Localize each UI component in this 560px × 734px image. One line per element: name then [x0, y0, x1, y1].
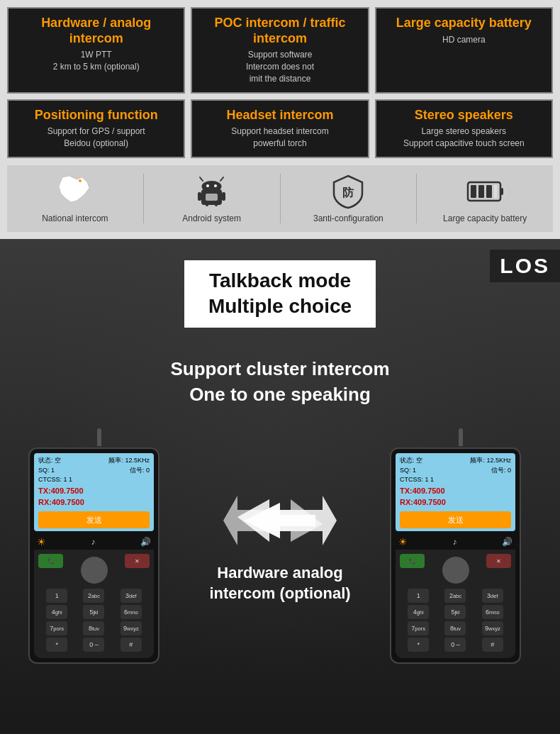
key-1-r[interactable]: 1	[408, 589, 429, 603]
device-keypad-right: 📞 ✕ 1 2abc 3def 4ghi 5jkl 6mno	[396, 550, 515, 658]
screen-status-row: 状态: 空 频率: 12.5KHz	[38, 456, 150, 466]
key-row-456: 4ghi 5jkl 6mno	[38, 605, 150, 619]
device-body-left: 状态: 空 频率: 12.5KHz SQ: 1 信号: 0 CTCSS: 1 1…	[28, 447, 159, 664]
key-row-123-r: 1 2abc 3def	[400, 589, 511, 603]
tx-text: TX:409.7500	[38, 485, 150, 497]
screen-sq-row-r: SQ: 1 信号: 0	[400, 466, 511, 476]
key-call-r[interactable]: 📞	[400, 554, 425, 568]
screen-status-row-r: 状态: 空 频率: 12.5KHz	[400, 456, 511, 466]
key-9-r[interactable]: 9wxyz	[482, 621, 503, 635]
key-end[interactable]: ✕	[125, 554, 150, 568]
hardware-line2: intercom (optional)	[209, 584, 350, 604]
key-row-sym-r: * 0 – #	[400, 638, 511, 652]
talkback-line2: Multiple choice	[208, 294, 352, 319]
icon-label: National intercom	[42, 213, 108, 223]
device-keypad-left: 📞 ✕ 1 2abc 3def 4ghi 5jkl 6mno	[34, 550, 154, 658]
icon-label: 3anti-configuration	[313, 213, 383, 223]
key-row-123: 1 2abc 3def	[38, 589, 150, 603]
feature-subtitle: HD camera	[385, 34, 543, 46]
key-0-r[interactable]: 0 –	[444, 638, 466, 652]
top-section: Hardware / analog intercom 1W PTT2 km to…	[0, 0, 560, 239]
key-5[interactable]: 5jkl	[83, 605, 104, 619]
feature-subtitle: Large stereo speakersSupport capacitive …	[385, 126, 543, 150]
icon-large-battery: Large capacity battery	[417, 174, 553, 223]
svg-rect-4	[206, 201, 208, 206]
key-5-r[interactable]: 5jkl	[444, 605, 466, 619]
key-2[interactable]: 2abc	[83, 589, 104, 603]
device-icons-row-r: ☀ ♪ 🔊	[396, 534, 515, 550]
svg-line-10	[220, 177, 223, 181]
svg-point-7	[206, 184, 209, 187]
support-text: Support cluster intercom One to one spea…	[14, 356, 546, 408]
nav-button-r[interactable]	[442, 557, 469, 584]
key-2-r[interactable]: 2abc	[444, 589, 466, 603]
feature-title: Hardware / analog intercom	[17, 16, 175, 46]
icon-android-system: Android system	[144, 174, 281, 223]
sq-text-r: SQ: 1	[400, 466, 416, 476]
key-3[interactable]: 3def	[121, 589, 142, 603]
anti-config-icon: 防	[330, 174, 366, 209]
key-hash-r[interactable]: #	[482, 638, 503, 652]
key-3-r[interactable]: 3def	[482, 589, 503, 603]
freq-text-r: 频率: 12.5KHz	[470, 456, 511, 466]
svg-point-6	[202, 181, 222, 192]
key-4-r[interactable]: 4ghi	[408, 605, 429, 619]
key-row-sym: * 0 – #	[38, 638, 150, 652]
key-4[interactable]: 4ghi	[46, 605, 67, 619]
nav-button[interactable]	[81, 557, 108, 584]
key-6-r[interactable]: 6mno	[482, 605, 503, 619]
send-button[interactable]: 发送	[38, 511, 150, 529]
svg-line-9	[200, 177, 203, 181]
features-grid: Hardware / analog intercom 1W PTT2 km to…	[7, 7, 553, 158]
key-star[interactable]: *	[46, 638, 67, 652]
icons-row: National intercom Android system	[7, 165, 553, 232]
arrows-svg	[223, 485, 337, 556]
signal-text-r: 信号: 0	[491, 466, 511, 476]
tx-text-r: TX:409.7500	[400, 485, 511, 497]
key-7[interactable]: 7pors	[46, 621, 67, 635]
svg-marker-20	[223, 496, 323, 545]
screen-sq-row: SQ: 1 信号: 0	[38, 466, 150, 476]
key-star-r[interactable]: *	[408, 638, 429, 652]
key-row-call-r: 📞 ✕	[400, 554, 511, 586]
feature-hardware-intercom: Hardware / analog intercom 1W PTT2 km to…	[7, 7, 185, 94]
key-call[interactable]: 📞	[38, 554, 63, 568]
key-1[interactable]: 1	[46, 589, 67, 603]
key-end-r[interactable]: ✕	[486, 554, 511, 568]
feature-large-battery: Large capacity battery HD camera	[375, 7, 553, 94]
status-text: 状态: 空	[38, 456, 61, 466]
icon-national-intercom: National intercom	[7, 174, 144, 223]
los-badge: LOS	[490, 250, 560, 282]
key-0[interactable]: 0 –	[83, 638, 104, 652]
key-6[interactable]: 6mno	[121, 605, 142, 619]
bottom-section: LOS Talkback mode Multiple choice Suppor…	[0, 239, 560, 721]
devices-row: 状态: 空 频率: 12.5KHz SQ: 1 信号: 0 CTCSS: 1 1…	[14, 421, 546, 671]
feature-title: Headset intercom	[201, 108, 359, 123]
feature-stereo: Stereo speakers Large stereo speakersSup…	[375, 99, 553, 158]
svg-rect-18	[494, 185, 497, 198]
feature-title: POC intercom / traffic intercom	[201, 16, 359, 46]
device-body-right: 状态: 空 频率: 12.5KHz SQ: 1 信号: 0 CTCSS: 1 1…	[390, 447, 521, 664]
feature-title: Large capacity battery	[385, 16, 543, 31]
feature-subtitle: Support softwareIntercom does notimit th…	[201, 49, 359, 84]
key-row-456-r: 4ghi 5jkl 6mno	[400, 605, 511, 619]
key-8-r[interactable]: 8tuv	[444, 621, 466, 635]
icon-anti-config: 防 3anti-configuration	[281, 174, 418, 223]
support-line1: Support cluster intercom	[14, 356, 546, 382]
hardware-line1: Hardware analog	[209, 563, 350, 584]
device-right: 状态: 空 频率: 12.5KHz SQ: 1 信号: 0 CTCSS: 1 1…	[390, 428, 532, 664]
feature-poc-intercom: POC intercom / traffic intercom Support …	[191, 7, 369, 94]
svg-rect-15	[471, 185, 476, 198]
ctcss-text: CTCSS: 1 1	[38, 475, 150, 485]
support-line2: One to one speaking	[14, 382, 546, 407]
antenna-left	[97, 428, 101, 446]
key-7-r[interactable]: 7pors	[408, 621, 429, 635]
svg-point-0	[79, 179, 82, 182]
key-hash[interactable]: #	[121, 638, 142, 652]
send-button-r[interactable]: 发送	[400, 511, 511, 529]
android-icon	[196, 174, 228, 209]
key-9[interactable]: 9wxyz	[121, 621, 142, 635]
battery-icon	[466, 174, 505, 209]
icon-label: Large capacity battery	[443, 213, 527, 223]
key-8[interactable]: 8tuv	[83, 621, 104, 635]
